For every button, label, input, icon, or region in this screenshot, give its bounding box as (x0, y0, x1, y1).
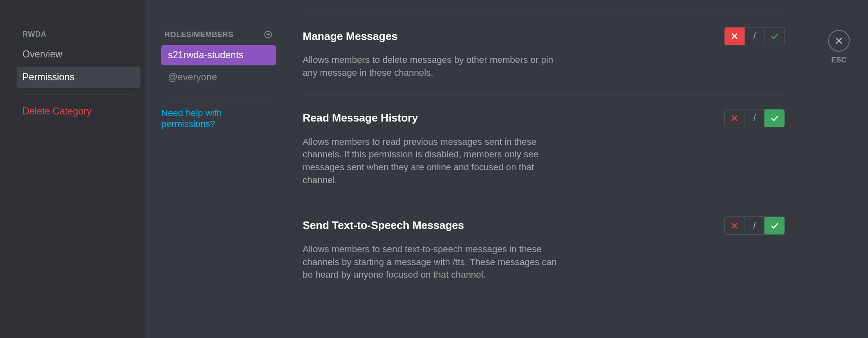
permission-toggle: / (724, 109, 785, 127)
toggle-passthrough[interactable]: / (745, 109, 764, 127)
permission-description: Allows members to delete messages by oth… (303, 54, 569, 80)
esc-label: ESC (831, 56, 846, 65)
sidebar-divider (22, 94, 135, 95)
permissions-panel: Manage Messages / Allows members to dele… (286, 0, 810, 338)
sidebar-item-overview[interactable]: Overview (17, 44, 141, 65)
permission-title: Manage Messages (303, 30, 397, 43)
permission-read-message-history: Read Message History / Allows members to… (303, 94, 785, 202)
sidebar-category-header: RWDA (17, 30, 141, 44)
roles-column: ROLES/MEMBERS s21rwda-students @everyone… (145, 0, 286, 338)
add-role-icon[interactable] (264, 30, 273, 39)
permission-send-tts-messages: Send Text-to-Speech Messages / Allows me… (303, 202, 785, 296)
permission-description: Allows members to send text-to-speech me… (303, 243, 569, 281)
permission-title: Send Text-to-Speech Messages (303, 219, 464, 232)
permission-row: Send Text-to-Speech Messages / (303, 216, 785, 235)
sidebar-item-permissions[interactable]: Permissions (17, 67, 141, 88)
toggle-allow[interactable] (764, 217, 784, 234)
toggle-allow[interactable] (764, 109, 784, 127)
close-area: ESC (810, 0, 868, 338)
toggle-deny[interactable] (725, 109, 745, 127)
permission-title: Read Message History (303, 112, 418, 124)
toggle-passthrough[interactable]: / (745, 217, 764, 234)
close-button[interactable] (828, 30, 850, 52)
role-item-everyone[interactable]: @everyone (161, 67, 276, 87)
toggle-passthrough[interactable]: / (745, 27, 764, 45)
permission-row: Read Message History / (303, 109, 785, 127)
permission-toggle: / (724, 27, 785, 45)
role-item-s21rwda-students[interactable]: s21rwda-students (161, 45, 276, 65)
toggle-deny[interactable] (725, 27, 745, 45)
delete-category-button[interactable]: Delete Category (17, 102, 141, 121)
roles-header-label: ROLES/MEMBERS (165, 30, 234, 39)
toggle-deny[interactable] (725, 217, 745, 234)
settings-sidebar: RWDA Overview Permissions Delete Categor… (0, 0, 145, 338)
app-root: RWDA Overview Permissions Delete Categor… (0, 0, 868, 338)
permission-row: Manage Messages / (303, 27, 785, 45)
permission-description: Allows members to read previous messages… (303, 136, 569, 187)
toggle-allow[interactable] (764, 27, 784, 45)
roles-divider (165, 97, 273, 97)
permission-toggle: / (724, 216, 785, 235)
permission-manage-messages: Manage Messages / Allows members to dele… (303, 12, 785, 94)
permissions-help-link[interactable]: Need help with permissions? (161, 108, 276, 129)
roles-header: ROLES/MEMBERS (161, 30, 276, 45)
